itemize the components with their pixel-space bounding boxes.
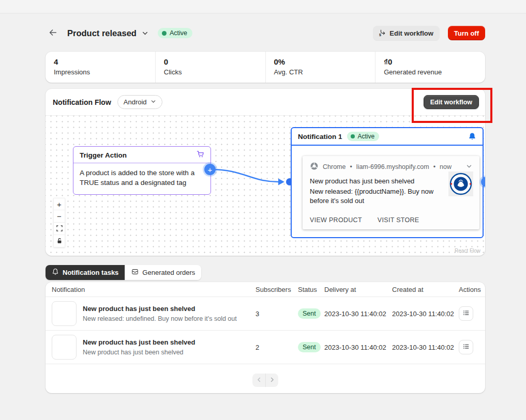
pagination-next-button[interactable] (265, 374, 278, 387)
preview-action-view-product: VIEW PRODUCT (310, 216, 362, 224)
task-tabs: Notification tasks Generated orders (46, 265, 201, 280)
add-node-handle[interactable]: + (204, 164, 216, 175)
notification-flow-card: Notification Flow Android Edit workflow … (46, 89, 485, 256)
row-subtitle: New product has just been shelved (83, 348, 195, 356)
notification-status-badge: Active (347, 132, 380, 141)
trigger-action-node[interactable]: Trigger Action A product is added to the… (73, 146, 211, 195)
col-header-actions: Actions (459, 286, 481, 293)
zoom-in-button[interactable]: + (53, 198, 65, 210)
flow-title: Notification Flow (53, 98, 111, 106)
react-flow-attribution: React Flow (455, 248, 480, 254)
lock-icon (56, 237, 63, 245)
back-arrow-icon (48, 28, 57, 39)
stats-card: 4 Impressions 0 Clicks 0% Avg. CTR ₫0 Ge… (46, 52, 485, 83)
tab-generated-orders[interactable]: Generated orders (125, 265, 201, 280)
canvas-controls: + − (53, 198, 65, 247)
table-row[interactable]: New product has just been shelved New re… (46, 297, 485, 331)
row-actions-button[interactable] (459, 306, 473, 321)
row-delivery-at: 2023-10-30 11:40:02 (324, 310, 392, 318)
fit-view-button[interactable] (53, 223, 65, 235)
status-dot-icon (351, 134, 355, 138)
table-row[interactable]: New product has just been shelved New pr… (46, 331, 485, 364)
flow-edit-workflow-button[interactable]: Edit workflow (424, 95, 479, 109)
table-header-row: Notification Subscribers Status Delivery… (46, 282, 485, 297)
list-menu-icon (462, 309, 470, 318)
orders-inbox-icon (131, 268, 139, 277)
preview-header: Chrome • liam-6996.myshopify.com • now (310, 162, 472, 172)
trigger-node-description: A product is added to the store with a T… (73, 163, 211, 192)
preview-actions: VIEW PRODUCT VISIT STORE (310, 216, 419, 224)
col-header-subscribers: Subscribers (256, 286, 298, 293)
stat-avg-ctr: 0% Avg. CTR (265, 52, 375, 83)
row-subtitle: New released: undefined. Buy now before … (83, 315, 237, 323)
row-created-at: 2023-10-30 11:40:02 (392, 310, 459, 318)
page-title: Product released (67, 28, 137, 38)
stat-clicks: 0 Clicks (155, 52, 265, 83)
edit-workflow-button[interactable]: $ Edit workflow (373, 26, 440, 40)
main-content: Product released Active $ Edit workflow … (46, 25, 485, 393)
row-title: New product has just been shelved (83, 338, 195, 347)
preview-expand-chevron-icon (466, 163, 472, 171)
col-header-status: Status (298, 286, 324, 293)
flow-canvas[interactable]: Trigger Action A product is added to the… (46, 116, 485, 256)
preview-action-visit-store: VISIT STORE (378, 216, 419, 224)
row-title: New product has just been shelved (83, 304, 237, 313)
col-header-created-at: Created at (392, 286, 459, 293)
cart-icon (197, 150, 204, 160)
row-subscribers: 3 (256, 310, 298, 318)
fit-view-icon (56, 224, 63, 233)
status-dot-icon (162, 31, 167, 36)
preview-body: New released: {{productName}}. Buy now b… (310, 187, 445, 206)
platform-select[interactable]: Android (117, 95, 162, 109)
preview-title: New product has just been shelved (310, 177, 472, 185)
chevron-right-icon (269, 377, 275, 384)
flow-header: Notification Flow Android Edit workflow (46, 89, 485, 116)
top-strip (0, 0, 526, 13)
pagination (252, 374, 278, 387)
trigger-node-header: Trigger Action (73, 147, 211, 163)
workflow-branch-icon: $ (379, 29, 386, 38)
notification-node-header: Notification 1 Active (292, 128, 483, 146)
notification-tasks-table: Notification Subscribers Status Delivery… (46, 282, 485, 393)
chevron-down-icon (151, 98, 156, 106)
turn-off-button[interactable]: Turn off (448, 26, 485, 40)
title-dropdown-chevron-icon[interactable] (142, 30, 148, 37)
col-header-notification: Notification (52, 286, 256, 293)
stat-generated-revenue: ₫0 Generated revenue (375, 52, 485, 83)
bell-icon (468, 132, 476, 141)
notification-thumbnail (52, 301, 77, 326)
pagination-prev-button[interactable] (252, 374, 265, 387)
notification-preview: Chrome • liam-6996.myshopify.com • now N… (303, 156, 479, 229)
row-actions-button[interactable] (459, 340, 473, 354)
row-status-badge: Sent (298, 342, 321, 352)
col-header-delivery-at: Delivery at (324, 286, 392, 293)
notification-node[interactable]: Notification 1 Active Chro (291, 127, 484, 238)
lock-button[interactable] (53, 235, 65, 247)
svg-text:$: $ (379, 33, 381, 36)
bell-outline-icon (52, 268, 59, 277)
tab-notification-tasks[interactable]: Notification tasks (46, 265, 125, 280)
chevron-left-icon (256, 377, 262, 384)
back-button[interactable] (46, 26, 60, 40)
row-status-badge: Sent (298, 308, 321, 319)
status-badge: Active (158, 28, 192, 38)
notification-thumbnail (52, 335, 77, 360)
row-delivery-at: 2023-10-30 11:40:02 (324, 344, 392, 351)
row-subscribers: 2 (256, 344, 298, 351)
preview-product-image (448, 172, 473, 196)
stat-impressions: 4 Impressions (46, 52, 155, 83)
list-menu-icon (462, 343, 470, 352)
chrome-icon (310, 162, 319, 172)
zoom-out-button[interactable]: − (53, 210, 65, 223)
row-created-at: 2023-10-30 11:40:02 (392, 344, 459, 351)
page-header: Product released Active $ Edit workflow … (46, 25, 485, 41)
